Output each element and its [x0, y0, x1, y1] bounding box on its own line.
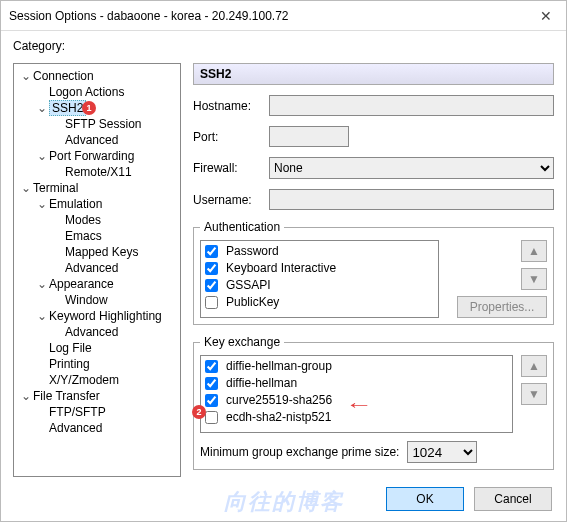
- authentication-legend: Authentication: [200, 220, 284, 234]
- hostname-field[interactable]: [269, 95, 554, 116]
- auth-check-password[interactable]: [205, 245, 218, 258]
- tree-xy-zmodem[interactable]: X/Y/Zmodem: [16, 372, 178, 388]
- key-exchange-group: Key exchange 2 ← diffie-hellman-group di…: [193, 335, 554, 470]
- kex-check-dh[interactable]: [205, 377, 218, 390]
- auth-move-up-button[interactable]: ▲: [521, 240, 547, 262]
- close-icon[interactable]: ✕: [534, 1, 558, 31]
- expander-icon[interactable]: ⌄: [36, 309, 48, 323]
- window-title: Session Options - dabaoone - korea - 20.…: [9, 1, 289, 31]
- expander-icon[interactable]: ⌄: [20, 389, 32, 403]
- tree-emacs[interactable]: Emacs: [16, 228, 178, 244]
- expander-icon[interactable]: ⌄: [20, 69, 32, 83]
- auth-properties-button[interactable]: Properties...: [457, 296, 547, 318]
- key-exchange-legend: Key exchange: [200, 335, 284, 349]
- kex-move-up-button[interactable]: ▲: [521, 355, 547, 377]
- auth-item-gssapi[interactable]: GSSAPI: [205, 277, 434, 294]
- expander-icon[interactable]: ⌄: [36, 197, 48, 211]
- tree-port-forwarding[interactable]: ⌄Port Forwarding: [16, 148, 178, 164]
- auth-listbox[interactable]: Password Keyboard Interactive GSSAPI Pub…: [200, 240, 439, 318]
- tree-window[interactable]: Window: [16, 292, 178, 308]
- tree-ssh2-advanced[interactable]: Advanced: [16, 132, 178, 148]
- auth-check-publickey[interactable]: [205, 296, 218, 309]
- auth-item-password[interactable]: Password: [205, 243, 434, 260]
- firewall-label: Firewall:: [193, 161, 265, 175]
- ok-button[interactable]: OK: [386, 487, 464, 511]
- tree-ft-advanced[interactable]: Advanced: [16, 420, 178, 436]
- username-label: Username:: [193, 193, 265, 207]
- annotation-arrow-icon: ←: [345, 393, 373, 416]
- port-label: Port:: [193, 130, 265, 144]
- tree-modes[interactable]: Modes: [16, 212, 178, 228]
- annotation-badge-1: 1: [82, 101, 96, 115]
- kex-item-dh-group[interactable]: diffie-hellman-group: [205, 358, 508, 375]
- category-tree[interactable]: ⌄Connection Logon Actions ⌄SSH2 1 SFTP S…: [13, 63, 181, 477]
- cancel-button[interactable]: Cancel: [474, 487, 552, 511]
- kex-check-dh-group[interactable]: [205, 360, 218, 373]
- tree-emulation[interactable]: ⌄Emulation: [16, 196, 178, 212]
- kex-item-dh[interactable]: diffie-hellman: [205, 375, 508, 392]
- tree-sftp-session[interactable]: SFTP Session: [16, 116, 178, 132]
- category-label: Category:: [1, 31, 566, 53]
- kex-check-ecdh521[interactable]: [205, 411, 218, 424]
- expander-icon[interactable]: ⌄: [36, 277, 48, 291]
- auth-move-down-button[interactable]: ▼: [521, 268, 547, 290]
- expander-icon[interactable]: ⌄: [36, 101, 48, 115]
- tree-appearance[interactable]: ⌄Appearance: [16, 276, 178, 292]
- tree-kh-advanced[interactable]: Advanced: [16, 324, 178, 340]
- kex-move-down-button[interactable]: ▼: [521, 383, 547, 405]
- watermark-text: 向往的博客: [224, 487, 344, 517]
- annotation-badge-2: 2: [192, 405, 206, 419]
- tree-em-advanced[interactable]: Advanced: [16, 260, 178, 276]
- tree-printing[interactable]: Printing: [16, 356, 178, 372]
- auth-item-keyboard[interactable]: Keyboard Interactive: [205, 260, 434, 277]
- tree-ftp-sftp[interactable]: FTP/SFTP: [16, 404, 178, 420]
- tree-file-transfer[interactable]: ⌄File Transfer: [16, 388, 178, 404]
- kex-check-curve25519[interactable]: [205, 394, 218, 407]
- tree-logon-actions[interactable]: Logon Actions: [16, 84, 178, 100]
- expander-icon[interactable]: ⌄: [20, 181, 32, 195]
- port-field[interactable]: [269, 126, 349, 147]
- authentication-group: Authentication Password Keyboard Interac…: [193, 220, 554, 325]
- tree-keyword-highlighting[interactable]: ⌄Keyword Highlighting: [16, 308, 178, 324]
- tree-mapped-keys[interactable]: Mapped Keys: [16, 244, 178, 260]
- panel-title: SSH2: [193, 63, 554, 85]
- tree-remote-x11[interactable]: Remote/X11: [16, 164, 178, 180]
- tree-connection[interactable]: ⌄Connection: [16, 68, 178, 84]
- username-field[interactable]: [269, 189, 554, 210]
- tree-log-file[interactable]: Log File: [16, 340, 178, 356]
- expander-icon[interactable]: ⌄: [36, 149, 48, 163]
- min-prime-select[interactable]: 1024: [407, 441, 477, 463]
- tree-terminal[interactable]: ⌄Terminal: [16, 180, 178, 196]
- tree-ssh2[interactable]: ⌄SSH2 1: [16, 100, 178, 116]
- auth-check-keyboard[interactable]: [205, 262, 218, 275]
- firewall-select[interactable]: None: [269, 157, 554, 179]
- titlebar: Session Options - dabaoone - korea - 20.…: [1, 1, 566, 31]
- hostname-label: Hostname:: [193, 99, 265, 113]
- auth-check-gssapi[interactable]: [205, 279, 218, 292]
- auth-item-publickey[interactable]: PublicKey: [205, 294, 434, 311]
- min-prime-label: Minimum group exchange prime size:: [200, 445, 399, 459]
